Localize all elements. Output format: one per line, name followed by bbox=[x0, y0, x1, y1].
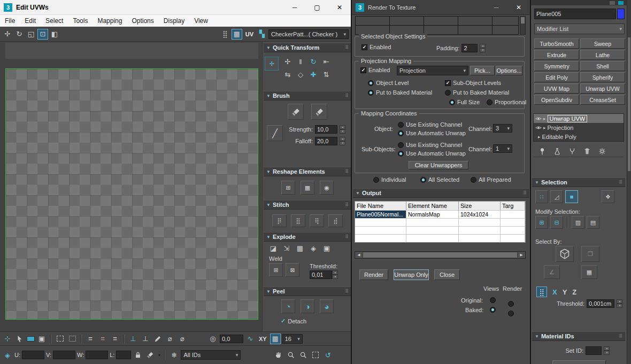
expand-arrow-icon[interactable]: ▸ bbox=[543, 116, 546, 121]
rollout-reshape-elements[interactable]: ▼ Reshape Elements bbox=[264, 167, 351, 176]
rect-select-icon[interactable] bbox=[55, 334, 65, 344]
menu-select[interactable]: Select bbox=[41, 17, 68, 25]
strength-field[interactable]: 10,0 bbox=[315, 125, 337, 134]
minimize-icon[interactable]: ─ bbox=[485, 0, 507, 14]
menu-display[interactable]: Display bbox=[159, 17, 189, 25]
select-loop-button[interactable]: ▤ bbox=[587, 216, 599, 229]
vertex-mode-button[interactable]: ∷ bbox=[535, 190, 548, 203]
output-table-empty-row[interactable] bbox=[355, 218, 525, 226]
weld-threshold-field[interactable]: 0,01 bbox=[310, 270, 332, 279]
close-button[interactable]: Close bbox=[434, 269, 460, 280]
views-original-radio[interactable] bbox=[490, 297, 496, 303]
set-id-spinner[interactable] bbox=[604, 346, 610, 355]
space-vertical-icon[interactable]: ⇅ bbox=[320, 68, 332, 80]
padding-field[interactable]: 2 bbox=[461, 44, 478, 52]
measure-1-icon[interactable]: ⌀ bbox=[165, 334, 175, 344]
zoom-region-icon[interactable] bbox=[298, 350, 309, 360]
put-to-baked-material-radio-1[interactable] bbox=[368, 90, 374, 96]
modifier-button-lathe[interactable]: Lathe bbox=[580, 50, 625, 60]
falloff-curve-icon[interactable]: ╱ bbox=[267, 125, 283, 141]
reshape-grid-icon[interactable]: ▦ bbox=[301, 181, 314, 195]
subobj-use-existing-radio[interactable] bbox=[398, 142, 404, 148]
output-table-empty-row[interactable] bbox=[355, 226, 525, 234]
subobj-channel-dropdown[interactable]: 1 bbox=[493, 144, 512, 153]
pick-button[interactable]: Pick... bbox=[470, 66, 495, 75]
unwrap-only-button[interactable]: Unwrap Only bbox=[394, 269, 429, 280]
relax-brush-icon[interactable] bbox=[311, 104, 327, 120]
menu-tools[interactable]: Tools bbox=[68, 17, 93, 25]
arc-rotate-icon[interactable]: ↺ bbox=[322, 350, 333, 360]
explode-tool-5-icon[interactable]: ▣ bbox=[321, 243, 332, 253]
select-by-smoothing-button[interactable]: ▦ bbox=[581, 265, 597, 279]
rollout-peel[interactable]: ▼ Peel bbox=[264, 286, 351, 296]
grid-snap-icon[interactable]: ▦ bbox=[270, 334, 281, 344]
zoom-icon[interactable] bbox=[286, 350, 296, 360]
reshape-relax-icon[interactable]: ⊞ bbox=[281, 181, 295, 195]
select-cursor-icon[interactable] bbox=[14, 334, 25, 344]
close-icon[interactable]: ✕ bbox=[328, 0, 351, 14]
strength-spinner[interactable] bbox=[340, 125, 345, 134]
cell-target[interactable] bbox=[501, 211, 525, 218]
rollout-output[interactable]: ▼ Output bbox=[353, 188, 529, 198]
remove-modifier-icon[interactable] bbox=[583, 148, 591, 155]
pivot-gizmo-icon[interactable]: ◈ bbox=[2, 350, 13, 360]
padding-spinner[interactable] bbox=[480, 44, 486, 52]
scrollbar-thumb[interactable] bbox=[363, 252, 517, 258]
proportional-radio[interactable] bbox=[487, 99, 493, 105]
xyz-grid-icon[interactable]: ⣿ bbox=[536, 286, 547, 297]
paint-select-icon[interactable] bbox=[67, 334, 78, 344]
select-by-material-button[interactable]: ❐ bbox=[581, 246, 599, 262]
element-cube-icon[interactable]: ▣ bbox=[36, 334, 47, 344]
expand-arrow-icon[interactable]: ▸ bbox=[538, 134, 541, 140]
w-field[interactable] bbox=[86, 351, 108, 359]
uv-coordinate-field[interactable]: 0,0 bbox=[220, 335, 243, 343]
rtt-objects-scrollbar[interactable] bbox=[520, 16, 526, 35]
modifier-button-unwrap-uvw[interactable]: Unwrap UVW bbox=[580, 83, 625, 94]
threshold-field[interactable]: 0,001cm bbox=[587, 299, 614, 308]
quick-peel-icon[interactable]: ◔ bbox=[281, 299, 295, 313]
align-horizontal-icon[interactable]: ✢ bbox=[282, 56, 294, 67]
id-filter-dropdown[interactable]: All IDs bbox=[181, 350, 241, 360]
full-size-radio[interactable] bbox=[449, 99, 455, 105]
configure-modifier-sets-icon[interactable] bbox=[598, 148, 606, 155]
edge-mode-button[interactable]: ◿ bbox=[550, 190, 563, 203]
soft-selection-curve-icon[interactable]: ∿ bbox=[245, 334, 256, 344]
col-target[interactable]: Targ bbox=[501, 202, 525, 210]
threshold-spinner[interactable] bbox=[617, 299, 622, 308]
align-vertical-icon[interactable]: ‖ bbox=[295, 56, 306, 67]
rollout-quick-transform[interactable]: ▼ Quick Transform bbox=[264, 43, 351, 52]
modifier-button-shell[interactable]: Shell bbox=[580, 61, 625, 71]
grid-size-dropdown[interactable]: 16 bbox=[282, 334, 303, 344]
maximize-icon[interactable]: ▢ bbox=[306, 0, 328, 14]
snap-toggle-icon[interactable]: ⊥ bbox=[128, 334, 138, 344]
expand-arrow-icon[interactable]: ▸ bbox=[543, 125, 546, 130]
measure-2-icon[interactable]: ⌀ bbox=[177, 334, 188, 344]
explode-tool-1-icon[interactable]: ◪ bbox=[268, 243, 279, 253]
all-selected-radio[interactable] bbox=[420, 177, 426, 183]
select-id-button-partial[interactable] bbox=[552, 360, 606, 364]
menu-mapping[interactable]: Mapping bbox=[93, 17, 127, 25]
pan-hand-icon[interactable] bbox=[273, 350, 284, 360]
weld-selected-icon[interactable]: ⊞ bbox=[269, 263, 283, 277]
fill-mode-icon[interactable] bbox=[145, 350, 156, 360]
uv-viewport[interactable] bbox=[0, 42, 262, 331]
object-channel-dropdown[interactable]: 3 bbox=[493, 124, 512, 133]
modifier-button-sweep[interactable]: Sweep bbox=[580, 38, 625, 49]
projection-modifier-dropdown[interactable]: Projection bbox=[397, 66, 468, 75]
freeform-tool-icon[interactable]: ⊡ bbox=[37, 29, 48, 40]
set-id-field[interactable] bbox=[586, 346, 602, 355]
options-button[interactable]: Options... bbox=[496, 66, 522, 75]
scrollbar-thumb[interactable] bbox=[521, 17, 525, 24]
wireframe-color-swatch[interactable] bbox=[617, 9, 625, 19]
stack-item-projection[interactable]: ▸ Projection bbox=[534, 123, 624, 132]
align-pivot-icon[interactable]: ◇ bbox=[295, 68, 306, 80]
modifier-button-creaseset[interactable]: CreaseSet bbox=[580, 95, 625, 105]
u-field[interactable] bbox=[22, 351, 44, 359]
snap-angle-icon[interactable]: ⊥ bbox=[140, 334, 151, 344]
enabled-checkbox[interactable] bbox=[361, 44, 367, 50]
minimize-icon[interactable]: ─ bbox=[283, 0, 306, 14]
panel-scrollbar[interactable] bbox=[627, 0, 631, 364]
all-prepared-radio[interactable] bbox=[471, 177, 476, 183]
modifier-button-symmetry[interactable]: Symmetry bbox=[534, 61, 579, 71]
target-weld-icon[interactable]: ⊠ bbox=[286, 263, 299, 277]
